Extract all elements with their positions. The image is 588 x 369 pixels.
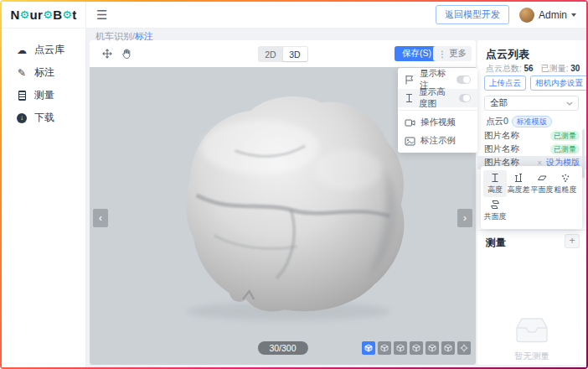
- upload-pointcloud-button[interactable]: 上传点云: [484, 75, 526, 91]
- list-item[interactable]: 图片名称 已测量: [477, 129, 586, 143]
- tool-label: 粗糙度: [554, 184, 577, 195]
- show-heightmap-toggle[interactable]: [459, 94, 471, 102]
- neurobot-app: N⚙ur⚙B⚙t ☁ 点云库 ✎ 标注 测量 ↓ 下载 ☰ 返回模型开发: [2, 2, 586, 367]
- user-menu[interactable]: Admin: [519, 8, 576, 23]
- show-annotations-toggle[interactable]: [456, 75, 471, 84]
- measure-tool-popup: 高度 高度差 平面度 粗糙度 共面度: [481, 166, 582, 229]
- sidebar-item-label: 点云库: [34, 43, 64, 57]
- panel-title: 点云列表: [486, 47, 529, 62]
- breadcrumb: 机车识别/标注: [95, 30, 153, 43]
- status-badge: 已测量: [550, 144, 580, 154]
- top-header: ☰ 返回模型开发 Admin: [86, 2, 586, 29]
- avatar: [519, 8, 534, 23]
- filter-select[interactable]: 全部: [484, 96, 579, 111]
- sidebar-item-download[interactable]: ↓ 下载: [2, 107, 85, 129]
- tool-height-diff[interactable]: 高度差: [507, 170, 530, 197]
- view-default-button cube-icon[interactable]: [362, 341, 375, 355]
- view-front-button cube-icon[interactable]: [394, 341, 407, 355]
- menu-item-label: 标注示例: [420, 135, 456, 147]
- more-dots-icon: ⋮: [438, 49, 447, 59]
- tool-label: 高度差: [508, 184, 530, 195]
- status-badge: 已测量: [550, 131, 580, 141]
- more-dropdown-menu: 显示标注 显示高度图 操作视频 标注示例: [398, 68, 477, 153]
- more-button[interactable]: ⋮更多: [433, 46, 472, 61]
- tab-2d[interactable]: 2D: [259, 47, 283, 61]
- menu-item-tutorial-video[interactable]: 操作视频: [398, 113, 477, 132]
- view-back-button cube-icon[interactable]: [441, 341, 455, 355]
- tab-3d[interactable]: 3D: [283, 47, 307, 61]
- tool-flatness[interactable]: 平面度: [530, 170, 554, 197]
- app-frame: N⚙ur⚙B⚙t ☁ 点云库 ✎ 标注 测量 ↓ 下载 ☰ 返回模型开发: [0, 0, 588, 369]
- logo-text: t: [72, 8, 76, 22]
- tooth-3d-model: [140, 75, 429, 331]
- stat-value: 30: [570, 64, 580, 73]
- panel-divider: [477, 230, 586, 231]
- sidebar-item-annotation[interactable]: ✎ 标注: [2, 61, 85, 84]
- logo-text: N: [10, 8, 19, 22]
- caret-down-icon: [571, 13, 576, 17]
- tool-label: 高度: [487, 184, 503, 195]
- brand-logo: N⚙ur⚙B⚙t: [2, 2, 85, 29]
- more-label: 更多: [449, 48, 467, 60]
- template-badge: 标准模版: [512, 116, 552, 127]
- tool-coplanarity[interactable]: 共面度: [483, 197, 507, 224]
- empty-state: 暂无测量: [477, 315, 586, 362]
- flag-icon: [405, 75, 415, 85]
- menu-item-show-heightmap[interactable]: 显示高度图: [398, 89, 477, 107]
- coplanarity-tool-icon: [490, 200, 500, 210]
- tool-roughness[interactable]: 粗糙度: [554, 170, 577, 197]
- pointcloud-list-panel: 点云列表 点云总数: 56 已测量: 30 上传点云 相机内参设置 全部 点云0…: [477, 40, 586, 365]
- view-left-button cube-icon[interactable]: [410, 341, 423, 355]
- prev-image-button[interactable]: ‹: [93, 209, 108, 227]
- reset-view-button crosshair-icon[interactable]: [457, 341, 471, 355]
- add-measure-button[interactable]: +: [565, 234, 580, 248]
- view-top-button cube-icon[interactable]: [378, 341, 391, 355]
- group-label: 点云0: [486, 116, 508, 127]
- breadcrumb-current: 标注: [135, 31, 153, 41]
- tool-label: 平面度: [531, 184, 554, 195]
- image-counter: 30/300: [257, 341, 307, 355]
- height-diff-tool-icon: [513, 173, 524, 183]
- gear-icon: ⚙: [20, 8, 30, 21]
- hand-icon[interactable]: [121, 48, 133, 60]
- video-icon: [405, 118, 415, 127]
- sidebar-item-pointcloud-library[interactable]: ☁ 点云库: [2, 39, 85, 61]
- menu-item-label: 操作视频: [420, 117, 456, 128]
- next-image-button[interactable]: ›: [457, 209, 472, 227]
- back-to-model-dev-button[interactable]: 返回模型开发: [436, 5, 509, 24]
- view-orientation-bar: [362, 341, 471, 355]
- list-item[interactable]: 图片名称 已测量: [477, 143, 586, 156]
- stat-label: 已测量:: [541, 64, 569, 73]
- collapse-menu-icon[interactable]: ☰: [96, 8, 107, 23]
- panel-stats: 点云总数: 56 已测量: 30: [486, 63, 580, 75]
- cloud-icon: ☁: [16, 44, 28, 56]
- logo-text: ur: [30, 8, 44, 22]
- tool-label: 共面度: [484, 211, 507, 222]
- sidebar: N⚙ur⚙B⚙t ☁ 点云库 ✎ 标注 测量 ↓ 下载: [2, 2, 86, 367]
- list-scrollbar[interactable]: [582, 129, 585, 178]
- image-name: 图片名称: [484, 130, 519, 142]
- filter-selected-value: 全部: [490, 97, 508, 109]
- sidebar-item-label: 测量: [34, 88, 54, 102]
- flatness-tool-icon: [537, 173, 547, 183]
- chevron-down-icon: [566, 101, 573, 106]
- logo-text: B: [53, 8, 62, 22]
- ruler-icon: [16, 91, 28, 101]
- gear-icon: ⚙: [62, 8, 72, 21]
- stat-value: 56: [524, 64, 534, 73]
- sidebar-item-measure[interactable]: 测量: [2, 84, 85, 107]
- pan-icon[interactable]: [101, 48, 113, 60]
- image-name: 图片名称: [484, 143, 519, 155]
- breadcrumb-parent[interactable]: 机车识别: [95, 31, 132, 41]
- view-right-button cube-icon[interactable]: [426, 341, 439, 355]
- tool-height[interactable]: 高度: [483, 170, 507, 197]
- pointcloud-group[interactable]: 点云0 标准模版: [486, 116, 552, 127]
- username: Admin: [539, 9, 567, 21]
- camera-params-button[interactable]: 相机内参设置: [530, 75, 586, 91]
- image-icon: [405, 137, 415, 146]
- stat-label: 点云总数:: [486, 64, 522, 73]
- chevron-left-icon: ‹: [99, 212, 102, 224]
- menu-item-annotation-example[interactable]: 标注示例: [398, 132, 477, 150]
- sidebar-item-label: 下载: [34, 111, 54, 125]
- measure-section-title: 测量: [486, 236, 506, 250]
